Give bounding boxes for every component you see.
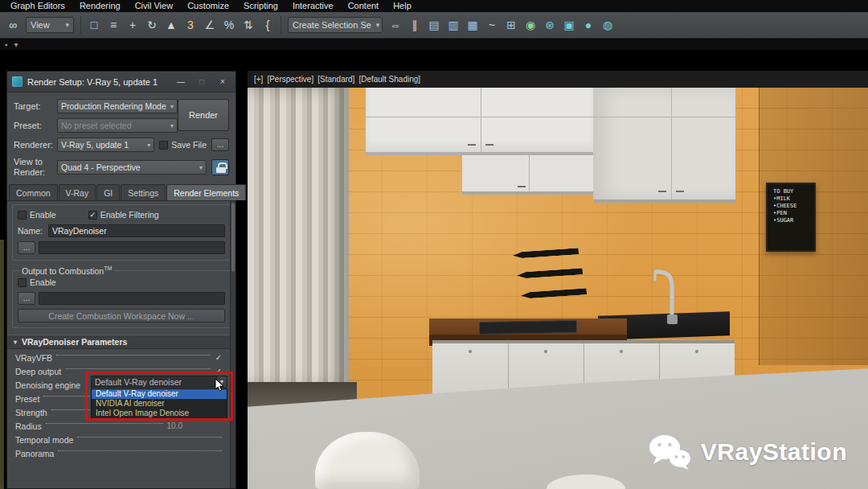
lock-view-icon[interactable] [211,159,229,175]
angle-snap-icon[interactable]: ∠ [200,15,219,35]
param-row-vrayvfb: VRayVFB ✓ [7,351,235,364]
enable-filtering-checkbox[interactable]: ✓ [88,211,97,220]
ribb​on-icon[interactable]: ▦ [463,15,482,35]
curve-editor-icon[interactable]: ~ [482,15,502,35]
named-selection-sets-icon[interactable]: { [258,15,277,35]
chevron-down-icon: ▾ [199,164,203,171]
knife [517,268,583,279]
preset-dropdown[interactable]: No preset selected ▾ [57,118,178,133]
element-name-input[interactable] [48,224,225,237]
spinner-snap-icon[interactable]: ⇅ [239,15,258,35]
render-iterative-icon[interactable]: ◍ [598,15,617,35]
schematic-view-icon[interactable]: ⊞ [502,15,521,35]
docked-toolbar-arrow-icon[interactable]: ▾ [14,40,18,49]
minimize-button[interactable]: — [173,75,189,89]
vraydenoiser-parameters-rollout[interactable]: ▾ VRayDenoiser Parameters [7,335,235,349]
render-setup-header: Target: Production Rendering Mode ▾ Pres… [7,92,235,184]
select-and-scale-icon[interactable]: ▲ [162,15,181,35]
save-file-checkbox[interactable] [159,141,168,150]
align-icon[interactable]: ∥ [405,15,424,35]
chalkboard-line: •CHEESE [773,203,813,210]
rendered-frame-window-icon[interactable]: ▣ [559,15,579,35]
dialog-title-bar[interactable]: Render Setup: V-Ray 5, update 1 — □ × [7,72,235,92]
renderer-dropdown[interactable]: V-Ray 5, update 1 ▾ [57,138,154,152]
chalkboard: TO BUY•MILK•CHEESE•PEN•SUGAR [766,183,816,252]
render-button[interactable]: Render [178,99,229,131]
chevron-down-icon: ▾ [170,122,174,129]
upper-cabinet-mid [462,155,595,195]
snap-toggle-3d-icon[interactable]: 3 [181,15,200,35]
save-file-browse-button[interactable]: ... [211,138,229,151]
menu-item[interactable]: Civil View [128,0,180,12]
preset-label: Preset: [14,121,57,131]
select-by-name-icon[interactable]: ≡ [104,15,123,35]
select-and-rotate-icon[interactable]: ↻ [142,15,162,35]
create-combustion-workspace-button[interactable]: Create Combustion Workspace Now ... [18,309,225,323]
output-path-input[interactable] [39,241,225,254]
scene-explorer-icon[interactable]: ▥ [444,15,463,35]
menu-item[interactable]: Help [386,0,419,12]
percent-snap-icon[interactable]: % [219,15,239,35]
target-dropdown[interactable]: Production Rendering Mode ▾ [57,99,178,113]
menu-item[interactable]: Customize [180,0,236,12]
layer-manager-icon[interactable]: ▤ [424,15,444,35]
dropdown-option[interactable]: NVIDIA AI denoiser [92,399,227,409]
tab[interactable]: V-Ray [59,184,96,200]
render-setup-icon[interactable]: ⊛ [540,15,559,35]
vrayvfb-checkbox[interactable]: ✓ [213,353,224,362]
enable-checkbox[interactable] [18,211,27,220]
denoising-engine-dropdown[interactable]: Default V-Ray denoiser ▾ [91,376,227,388]
param-row-temporal-mode: Temporal mode [7,433,235,446]
mirror-icon[interactable]: ⇔ [386,15,405,35]
output-browse-button[interactable]: ... [18,241,35,254]
upper-cabinet-right [593,88,735,203]
tab[interactable]: Settings [121,184,166,200]
menu-item[interactable]: Content [341,0,387,12]
maximize-button[interactable]: □ [194,75,210,89]
select-object-icon[interactable]: □ [84,15,104,35]
viewport-label[interactable]: [Standard] [317,75,354,84]
docked-toolbar-handle-icon[interactable]: ▪ [5,40,8,49]
tab[interactable]: Common [9,184,58,200]
render-elements-panel: Enable ✓ Enable Filtering Name: ... Outp… [7,201,235,488]
viewport-label[interactable]: [Perspective] [267,75,313,84]
param-row-radius: Radius 10.0 [7,419,235,433]
combustion-path-input[interactable] [39,292,225,305]
menu-item[interactable]: Interactive [285,0,341,12]
kitchen-render-scene[interactable]: TO BUY•MILK•CHEESE•PEN•SUGAR [248,88,868,489]
view-to-render-dropdown[interactable]: Quad 4 - Perspective ▾ [57,160,207,175]
render-production-icon[interactable]: ● [579,15,598,35]
renderer-label: Renderer: [14,140,57,150]
tab[interactable]: GI [96,184,120,200]
combustion-browse-button[interactable]: ... [18,292,35,305]
wechat-icon [648,433,691,471]
tab-bar: CommonV-RayGISettingsRender Elements [7,184,235,201]
material-editor-icon[interactable]: ◉ [521,15,540,35]
curtain [248,88,349,387]
chevron-down-icon: ▾ [170,103,174,110]
named-selection-sets-dropdown[interactable]: Create Selection Se ▾ [288,17,383,33]
select-and-move-icon[interactable]: + [123,15,142,35]
rollout-arrow-icon: ▾ [14,339,17,346]
scrollbar-thumb[interactable] [231,203,235,272]
render-setup-dialog: Render Setup: V-Ray 5, update 1 — □ × Ta… [6,71,236,489]
menu-item[interactable]: Graph Editors [3,0,72,12]
radius-value[interactable]: 10.0 [167,421,182,430]
chalkboard-line: •SUGAR [773,217,813,224]
deep-output-checkbox[interactable]: ✓ [213,367,224,376]
combustion-enable-checkbox[interactable] [18,278,27,287]
select-and-link-icon[interactable]: ∞ [3,15,23,35]
viewport-label[interactable]: [Default Shading] [358,75,420,84]
close-button[interactable]: × [215,75,231,89]
menu-item[interactable]: Scripting [236,0,285,12]
docked-toolbar: ▪▾ [0,39,868,50]
reference-coordinate-dropdown[interactable]: View ▾ [26,17,74,33]
menu-item[interactable]: Rendering [72,0,128,12]
panel-scrollbar[interactable] [230,201,235,488]
viewport-label[interactable]: [+] [254,75,263,84]
dropdown-option[interactable]: Intel Open Image Denoise [92,409,227,418]
denoiser-engine-options-list: Default V-Ray denoiserNVIDIA AI denoiser… [91,388,227,419]
dropdown-option[interactable]: Default V-Ray denoiser [92,389,227,399]
tab[interactable]: Render Elements [166,184,246,200]
enable-label: Enable [30,210,56,220]
